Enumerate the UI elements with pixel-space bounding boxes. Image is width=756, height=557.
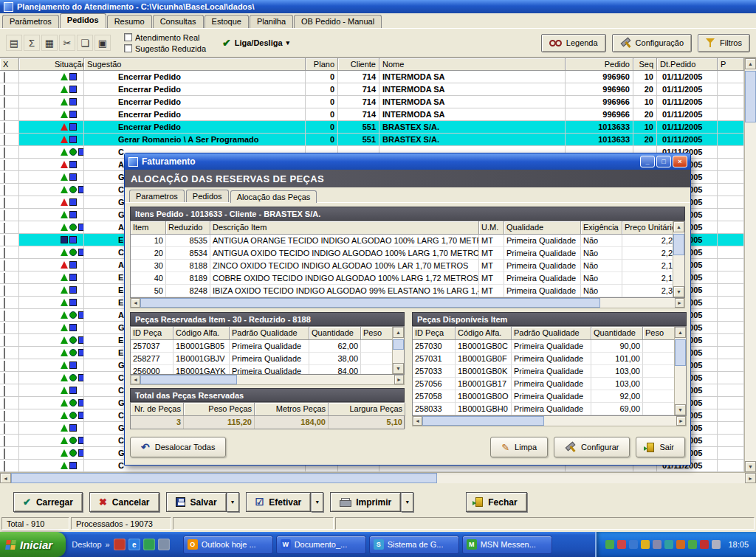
col-descricao[interactable]: Descrição Item	[210, 221, 479, 235]
scrollbar-thumb[interactable]	[140, 298, 600, 308]
quicklaunch-icon[interactable]	[158, 539, 170, 550]
scrollbar-track[interactable]	[422, 416, 676, 426]
column-header-seq[interactable]: Seq	[633, 58, 657, 71]
efetivar-dropdown[interactable]: ▾	[311, 492, 323, 512]
sair-button[interactable]: Sair	[636, 437, 685, 457]
horizontal-scrollbar[interactable]	[130, 375, 405, 385]
scroll-right-icon[interactable]	[745, 473, 756, 483]
atendimento-real-checkbox[interactable]	[124, 33, 132, 41]
close-icon[interactable]: ×	[673, 156, 687, 167]
scroll-right-icon[interactable]	[675, 298, 684, 308]
row-checkbox[interactable]	[4, 398, 5, 409]
row-checkbox[interactable]	[4, 97, 5, 108]
table-row[interactable]: Encerrar Pedido 0 714 INTERMODA SA 99696…	[0, 71, 744, 83]
scrollbar-thumb[interactable]	[422, 416, 544, 426]
efetivar-button[interactable]: Efetivar	[246, 492, 312, 512]
tray-icon[interactable]	[664, 540, 673, 549]
table-row[interactable]: Encerrar Pedido 0 714 INTERMODA SA 99696…	[0, 96, 744, 108]
scrollbar-thumb[interactable]	[11, 473, 437, 483]
tray-icon[interactable]	[712, 540, 721, 549]
scroll-left-icon[interactable]	[131, 298, 140, 308]
tab-item[interactable]: Alocação das Peças	[230, 190, 317, 203]
tab-item[interactable]: Parametros	[129, 190, 185, 202]
tray-icon[interactable]	[617, 540, 626, 549]
row-checkbox[interactable]	[4, 148, 5, 158]
scrollbar-thumb[interactable]	[393, 339, 404, 350]
chevron-right-icon[interactable]: »	[106, 540, 110, 549]
column-header-situacao[interactable]: Situação	[19, 58, 84, 71]
tray-icon[interactable]	[605, 540, 614, 549]
row-checkbox[interactable]	[4, 160, 5, 170]
scroll-left-icon[interactable]	[413, 416, 422, 426]
minimize-icon[interactable]: _	[640, 156, 655, 167]
tray-icon[interactable]	[641, 540, 650, 549]
scroll-right-icon[interactable]	[676, 416, 686, 426]
col-codigo[interactable]: Código Alfa.	[173, 327, 230, 340]
row-checkbox[interactable]	[4, 336, 5, 346]
configuracao-button[interactable]: Configuração	[612, 34, 692, 52]
row-checkbox[interactable]	[4, 323, 5, 333]
col-preco[interactable]: Preço Unitário	[622, 221, 676, 235]
table-row[interactable]: Encerrar Pedido 0 714 INTERMODA SA 99696…	[0, 108, 744, 121]
row-checkbox[interactable]	[4, 423, 5, 434]
col-id-peca[interactable]: ID Peça	[131, 327, 173, 340]
row-checkbox[interactable]	[4, 185, 5, 196]
copy-icon[interactable]: ❏	[77, 35, 93, 51]
col-quantidade[interactable]: Quantidade	[591, 327, 643, 340]
scroll-up-icon[interactable]	[673, 221, 684, 232]
row-checkbox[interactable]	[4, 198, 5, 208]
scroll-down-icon[interactable]	[673, 286, 684, 297]
vertical-scrollbar[interactable]	[673, 221, 684, 297]
row-checkbox[interactable]	[4, 85, 5, 95]
tray-icon[interactable]	[629, 540, 638, 549]
scroll-down-icon[interactable]	[675, 404, 686, 415]
tab-item[interactable]: Consultas	[153, 15, 204, 28]
reserved-row[interactable]: 257037 1B0001GB05 Primeira Qualidade 62,…	[131, 340, 392, 353]
reserved-row[interactable]: 256000 1B0001GAYK Primeira Qualidade 84,…	[131, 365, 392, 374]
row-checkbox[interactable]	[4, 260, 5, 271]
carregar-button[interactable]: Carregar	[13, 492, 83, 512]
tab-item[interactable]: Pedidos	[186, 190, 229, 202]
row-checkbox[interactable]	[4, 411, 5, 421]
salvar-dropdown[interactable]: ▾	[227, 492, 239, 512]
available-row[interactable]: 257058 1B0001GB0O Primeira Qualidade 92,…	[413, 390, 674, 403]
row-checkbox[interactable]	[4, 235, 5, 246]
legenda-button[interactable]: Legenda	[541, 34, 606, 52]
scroll-down-icon[interactable]	[393, 363, 404, 374]
table-row[interactable]: Encerrar Pedido 0 714 INTERMODA SA 99696…	[0, 83, 744, 96]
row-checkbox[interactable]	[4, 298, 5, 308]
tab-item[interactable]: OB Pedido - Manual	[294, 15, 382, 28]
item-row[interactable]: 20 8534 ANTIGUA OXIDO TECIDO INDIGO ALGO…	[131, 247, 673, 260]
quicklaunch-icon[interactable]	[114, 539, 126, 550]
reserved-row[interactable]: 258277 1B0001GBJV Primeira Qualidade 38,…	[131, 353, 392, 365]
row-checkbox[interactable]	[4, 386, 5, 396]
row-checkbox[interactable]	[4, 348, 5, 359]
item-row[interactable]: 10 8535 ANTIGUA ORANGE TECIDO INDIGO ALG…	[131, 235, 673, 247]
col-quantidade[interactable]: Quantidade	[309, 327, 361, 340]
row-checkbox[interactable]	[4, 436, 5, 446]
column-header-plano[interactable]: Plano	[306, 58, 338, 71]
table-row[interactable]: Gerar Romaneio \ A Ser Programado 0 551 …	[0, 134, 744, 146]
column-header-dtpedido[interactable]: Dt.Pedido	[657, 58, 718, 71]
col-id-peca[interactable]: ID Peça	[413, 327, 456, 340]
limpa-button[interactable]: Limpa	[490, 437, 548, 457]
salvar-button[interactable]: Salvar	[166, 492, 227, 512]
scroll-left-icon[interactable]	[0, 473, 11, 483]
item-row[interactable]: 30 8188 ZINCO OXIDO TECIDO INDIGO ALGODA…	[131, 260, 673, 272]
tray-icon[interactable]	[653, 540, 662, 549]
row-checkbox[interactable]	[4, 361, 5, 371]
column-header-nome[interactable]: Nome	[379, 58, 566, 71]
tab-item[interactable]: Pedidos	[60, 13, 106, 28]
scroll-up-icon[interactable]	[675, 327, 686, 338]
col-exigencia[interactable]: Exigência	[581, 221, 622, 235]
tab-item[interactable]: Estoque	[205, 15, 249, 28]
row-checkbox[interactable]	[4, 311, 5, 321]
row-checkbox[interactable]	[4, 373, 5, 384]
col-codigo[interactable]: Código Alfa.	[456, 327, 512, 340]
column-header-cliente[interactable]: Cliente	[338, 58, 379, 71]
item-row[interactable]: 50 8248 IBIZA OXIDO TECIDO INDIGO ALGODA…	[131, 285, 673, 297]
col-peso[interactable]: Peso	[361, 327, 394, 340]
available-row[interactable]: 257031 1B0001GB0F Primeira Qualidade 101…	[413, 353, 674, 365]
maximize-icon[interactable]: □	[656, 156, 671, 167]
liga-desliga-toggle[interactable]: ✔ Liga/Desliga ▾	[222, 37, 289, 49]
